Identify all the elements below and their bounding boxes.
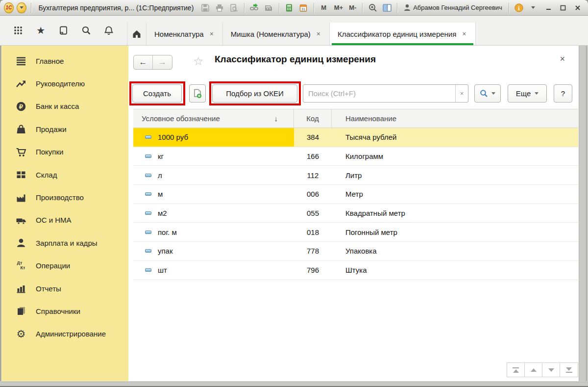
sort-descending-icon[interactable]: ↓: [274, 114, 278, 123]
truck-icon: [15, 214, 27, 226]
separator: [244, 3, 245, 13]
logo-text: 1С: [5, 5, 12, 10]
table-row[interactable]: м2 055 Квадратный метр: [133, 204, 578, 223]
search-options-button[interactable]: [474, 84, 501, 103]
search-icon[interactable]: [78, 22, 95, 39]
print-preview-icon[interactable]: [228, 2, 240, 13]
split-window-icon[interactable]: [381, 2, 392, 13]
zoom-in-icon[interactable]: [367, 2, 378, 13]
close-window-button[interactable]: [571, 3, 584, 13]
sections-menu-icon[interactable]: [10, 22, 26, 39]
svg-text:₽: ₽: [19, 103, 24, 110]
sidebar-item-glavnoe[interactable]: Главное: [1, 50, 128, 72]
search-field: ×: [303, 84, 468, 103]
forward-button[interactable]: →: [153, 55, 172, 69]
menu-lines-icon: [15, 55, 27, 67]
user-name: Абрамов Геннадий Сергеевич: [413, 4, 502, 11]
go-previous-button[interactable]: [525, 363, 542, 377]
table-row[interactable]: л 112 Литр: [133, 166, 578, 185]
search-clear-icon[interactable]: ×: [455, 85, 468, 102]
table-row[interactable]: 1000 руб 384 Тысяча рублей: [133, 128, 578, 147]
tab-close-icon[interactable]: ×: [461, 30, 467, 38]
form-close-icon[interactable]: ×: [560, 54, 565, 63]
sidebar-item-pokupki[interactable]: Покупки: [1, 141, 128, 163]
sidebar-item-prodazhi[interactable]: Продажи: [1, 118, 128, 140]
column-header-symbol[interactable]: Условное обозначение ↓: [133, 109, 294, 128]
calculator-icon[interactable]: [284, 2, 295, 13]
go-first-button[interactable]: [507, 363, 525, 377]
main-menu-dropdown-button[interactable]: [17, 2, 26, 13]
back-button[interactable]: ←: [134, 55, 153, 69]
pick-from-okei-button[interactable]: Подбор из ОКЕИ: [212, 84, 297, 103]
column-header-name[interactable]: Наименование: [332, 109, 578, 128]
calendar-day-text: 31: [301, 7, 305, 11]
item-marker-icon: [145, 174, 151, 177]
window-frame-left: [0, 46, 1, 387]
table-header: Условное обозначение ↓ Код Наименование: [133, 109, 578, 128]
factory-icon: [15, 192, 27, 204]
chevron-down-icon: [491, 92, 495, 95]
print-icon[interactable]: [214, 2, 225, 13]
minimize-button[interactable]: [542, 3, 555, 13]
tab-close-icon[interactable]: ×: [209, 30, 215, 38]
memory-minus-button[interactable]: M-: [347, 4, 358, 11]
current-user[interactable]: Абрамов Геннадий Сергеевич: [404, 4, 502, 11]
bar-chart-icon: [15, 283, 27, 294]
notifications-bell-icon[interactable]: [100, 22, 117, 39]
history-icon[interactable]: [55, 22, 72, 39]
table-row[interactable]: пог. м 018 Погонный метр: [133, 223, 578, 242]
tab-nomenklatura[interactable]: Номенклатура ×: [147, 23, 223, 45]
info-icon[interactable]: i: [514, 2, 525, 13]
sidebar-item-rukovoditelyu[interactable]: Руководителю: [1, 72, 128, 95]
home-icon: [132, 29, 142, 39]
calendar-icon[interactable]: 31: [298, 2, 309, 13]
sidebar-item-operacii[interactable]: ДтКт Операции: [1, 255, 128, 277]
title-bar: 1С Бухгалтерия предприятия, р... (1С:Пре…: [0, 0, 588, 16]
form-area: ← → ☆ Классификатор единиц измерения × С…: [128, 46, 579, 382]
go-to-link-icon[interactable]: [249, 2, 260, 13]
save-icon[interactable]: [199, 2, 211, 13]
go-last-button[interactable]: [560, 363, 578, 377]
table-row[interactable]: упак 778 Упаковка: [133, 242, 578, 261]
info-dropdown-chevron-icon[interactable]: [528, 2, 539, 13]
column-header-code[interactable]: Код: [294, 109, 332, 128]
tab-classifier-units[interactable]: Классификатор единиц измерения ×: [330, 23, 476, 45]
table-row[interactable]: кг 166 Килограмм: [133, 147, 578, 166]
favorite-star-icon[interactable]: ☆: [193, 54, 204, 68]
sidebar-item-bank-i-kassa[interactable]: ₽ Банк и касса: [1, 95, 128, 118]
person-icon: [15, 237, 27, 249]
sidebar-item-administrirovanie[interactable]: ⚙ Администрирование: [1, 323, 128, 345]
search-input[interactable]: [303, 85, 455, 102]
tab-home[interactable]: [127, 23, 147, 45]
item-marker-icon: [145, 211, 151, 215]
table-row[interactable]: м 006 Метр: [133, 185, 578, 204]
go-next-button[interactable]: [542, 363, 560, 377]
separator: [397, 3, 397, 13]
sections-sidebar: Главное Руководителю ₽ Банк и касса Прод…: [1, 46, 128, 382]
separator: [509, 3, 509, 13]
more-button[interactable]: Еще: [508, 84, 547, 103]
units-table: Условное обозначение ↓ Код Наименование …: [133, 109, 578, 280]
sidebar-item-sklad[interactable]: Склад: [1, 163, 128, 186]
favorites-star-icon[interactable]: ★: [32, 22, 49, 39]
item-marker-icon: [145, 192, 151, 196]
create-button[interactable]: Создать: [132, 84, 182, 103]
tab-mishka[interactable]: Мишка (Номенклатура) ×: [223, 23, 330, 45]
maximize-button[interactable]: [557, 3, 569, 13]
help-button[interactable]: ?: [554, 84, 572, 103]
sidebar-item-os-i-nma[interactable]: ОС и НМА: [1, 209, 128, 232]
go-next-icon: [548, 368, 554, 372]
sidebar-item-otchety[interactable]: Отчеты: [1, 277, 128, 300]
memory-plus-button[interactable]: M+: [332, 4, 344, 11]
magnifier-icon: [480, 89, 488, 98]
sidebar-item-spravochniki[interactable]: Справочники: [1, 300, 128, 322]
item-marker-icon: [145, 268, 151, 272]
memory-button[interactable]: M: [318, 4, 329, 11]
copy-item-button[interactable]: [189, 84, 206, 103]
sidebar-item-zarplata-i-kadry[interactable]: Зарплата и кадры: [1, 232, 128, 254]
table-row[interactable]: шт 796 Штука: [133, 261, 578, 280]
separator: [362, 3, 363, 13]
sidebar-item-proizvodstvo[interactable]: Производство: [1, 186, 128, 208]
tab-close-icon[interactable]: ×: [316, 30, 321, 38]
get-link-icon[interactable]: [263, 2, 274, 13]
